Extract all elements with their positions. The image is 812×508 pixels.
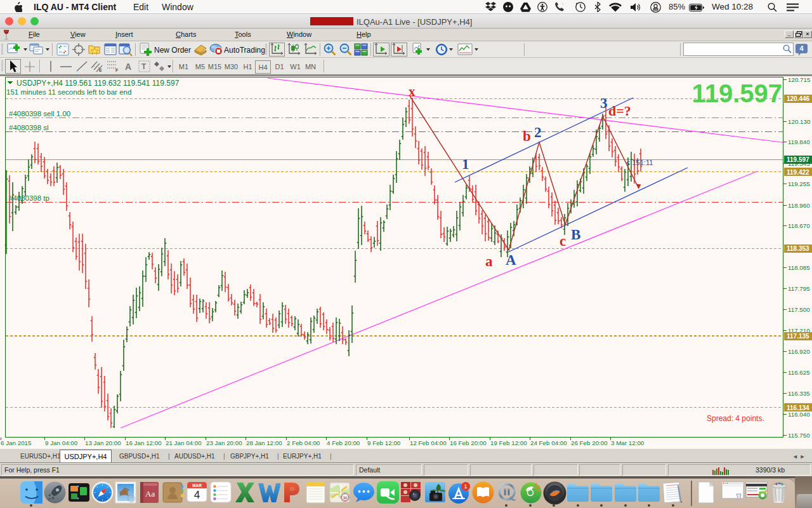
svg-text:A: A bbox=[506, 252, 516, 268]
svg-text:118.353: 118.353 bbox=[787, 245, 809, 252]
svg-text:16 Jan 12:00: 16 Jan 12:00 bbox=[126, 439, 162, 446]
svg-text:118.670: 118.670 bbox=[788, 222, 810, 229]
svg-text:4 Feb 20:00: 4 Feb 20:00 bbox=[327, 439, 360, 446]
svg-text:24 Feb 04:00: 24 Feb 04:00 bbox=[530, 439, 567, 446]
svg-text:119.597: 119.597 bbox=[787, 156, 809, 163]
svg-text:115.750: 115.750 bbox=[788, 432, 810, 439]
svg-text:21 Jan 04:00: 21 Jan 04:00 bbox=[166, 439, 202, 446]
svg-text:116.920: 116.920 bbox=[788, 348, 810, 355]
svg-text:F: F bbox=[115, 68, 119, 72]
svg-text:119.422: 119.422 bbox=[787, 169, 809, 176]
svg-text:13 Jan 20:00: 13 Jan 20:00 bbox=[85, 439, 121, 446]
svg-text:b: b bbox=[523, 128, 531, 144]
svg-text:6 Jan 2015: 6 Jan 2015 bbox=[1, 439, 32, 446]
svg-text:2 Feb 04:00: 2 Feb 04:00 bbox=[287, 439, 320, 446]
svg-text:3 Mar 12:00: 3 Mar 12:00 bbox=[611, 439, 645, 446]
svg-text:30: 30 bbox=[343, 496, 348, 500]
svg-text:MAR: MAR bbox=[192, 483, 202, 488]
svg-text:119.255: 119.255 bbox=[788, 180, 810, 187]
svg-text:12 Feb 04:00: 12 Feb 04:00 bbox=[410, 439, 447, 446]
svg-text:c: c bbox=[560, 233, 566, 249]
svg-text:Aa: Aa bbox=[145, 489, 155, 498]
svg-text:B: B bbox=[571, 227, 580, 243]
svg-text:119.840: 119.840 bbox=[788, 138, 810, 145]
svg-text:28 Jan 12:00: 28 Jan 12:00 bbox=[246, 439, 282, 446]
svg-text:151 minutes 11 seconds left to: 151 minutes 11 seconds left to bar end bbox=[6, 88, 131, 96]
svg-text:19 Feb 12:00: 19 Feb 12:00 bbox=[490, 439, 527, 446]
svg-text:9 Jan 04:00: 9 Jan 04:00 bbox=[45, 439, 78, 446]
svg-text:T: T bbox=[141, 62, 147, 71]
svg-text:119.597: 119.597 bbox=[692, 79, 782, 107]
svg-text:E: E bbox=[99, 68, 102, 72]
svg-text:120.446: 120.446 bbox=[787, 95, 810, 102]
svg-text:16 Feb 20:00: 16 Feb 20:00 bbox=[450, 439, 487, 446]
svg-text:USDJPY+,H4 119.561 119.632 11: USDJPY+,H4 119.561 119.632 119.541 119.5… bbox=[16, 79, 180, 88]
svg-text:117.500: 117.500 bbox=[788, 306, 810, 313]
svg-text:9 Feb 12:00: 9 Feb 12:00 bbox=[367, 439, 401, 446]
svg-text:< 151:11: < 151:11 bbox=[626, 159, 653, 166]
svg-text:26 Feb 20:00: 26 Feb 20:00 bbox=[571, 439, 608, 446]
svg-text:118.085: 118.085 bbox=[788, 264, 810, 271]
svg-text:118.960: 118.960 bbox=[788, 202, 810, 209]
svg-text:120.715: 120.715 bbox=[788, 76, 811, 83]
svg-text:116.335: 116.335 bbox=[788, 390, 810, 397]
svg-text:#4080398 sl: #4080398 sl bbox=[9, 124, 49, 131]
svg-text:117.135: 117.135 bbox=[787, 333, 809, 340]
svg-text:1: 1 bbox=[464, 483, 467, 490]
svg-text:4: 4 bbox=[194, 489, 200, 501]
svg-text:Spread: 4 points.: Spread: 4 points. bbox=[707, 414, 764, 423]
svg-text:a: a bbox=[485, 253, 493, 269]
svg-text:120.130: 120.130 bbox=[788, 118, 811, 125]
svg-text:d=?: d=? bbox=[608, 103, 631, 119]
svg-text:3: 3 bbox=[600, 95, 608, 111]
svg-text:117.795: 117.795 bbox=[788, 285, 810, 292]
svg-text:116.625: 116.625 bbox=[788, 369, 810, 376]
svg-text:#4080398 tp: #4080398 tp bbox=[9, 194, 49, 202]
svg-text:116.040: 116.040 bbox=[788, 411, 810, 418]
svg-text:x: x bbox=[409, 84, 416, 99]
svg-text:2: 2 bbox=[534, 124, 542, 140]
svg-text:1: 1 bbox=[462, 156, 469, 172]
svg-text:#4080398 sell 1.00: #4080398 sell 1.00 bbox=[9, 110, 70, 117]
svg-text:116.134: 116.134 bbox=[787, 404, 809, 411]
svg-text:23 Jan 20:00: 23 Jan 20:00 bbox=[206, 439, 242, 446]
